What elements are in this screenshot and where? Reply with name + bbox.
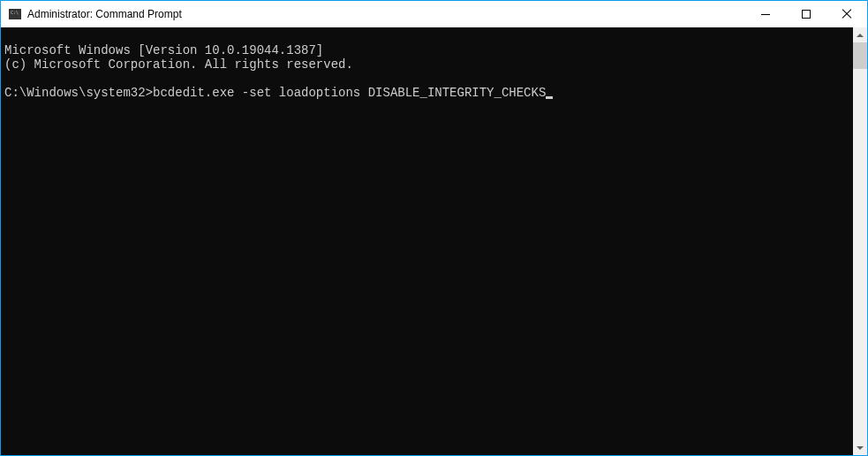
cursor xyxy=(546,96,553,99)
close-button[interactable] xyxy=(826,1,867,27)
scroll-track[interactable] xyxy=(853,42,867,440)
chevron-down-icon xyxy=(857,446,864,450)
chevron-up-icon xyxy=(857,34,864,37)
prompt: C:\Windows\system32> xyxy=(4,86,153,100)
app-icon xyxy=(8,7,22,21)
output-line: (c) Microsoft Corporation. All rights re… xyxy=(4,57,353,72)
window-controls xyxy=(745,1,867,27)
scroll-up-button[interactable] xyxy=(853,27,867,42)
output-line: Microsoft Windows [Version 10.0.19044.13… xyxy=(4,43,323,57)
terminal-area: Microsoft Windows [Version 10.0.19044.13… xyxy=(1,27,867,455)
minimize-icon xyxy=(761,14,770,15)
maximize-button[interactable] xyxy=(786,1,826,27)
maximize-icon xyxy=(802,10,811,19)
titlebar[interactable]: Administrator: Command Prompt xyxy=(1,1,867,27)
vertical-scrollbar[interactable] xyxy=(853,27,867,455)
scroll-down-button[interactable] xyxy=(853,440,867,455)
command-prompt-window: Administrator: Command Prompt Microsoft … xyxy=(0,0,868,456)
minimize-button[interactable] xyxy=(745,1,786,27)
close-icon xyxy=(842,9,852,19)
scroll-thumb[interactable] xyxy=(853,42,867,69)
terminal-content[interactable]: Microsoft Windows [Version 10.0.19044.13… xyxy=(1,27,853,455)
window-title: Administrator: Command Prompt xyxy=(27,8,745,20)
command-input[interactable]: bcdedit.exe -set loadoptions DISABLE_INT… xyxy=(153,86,546,100)
